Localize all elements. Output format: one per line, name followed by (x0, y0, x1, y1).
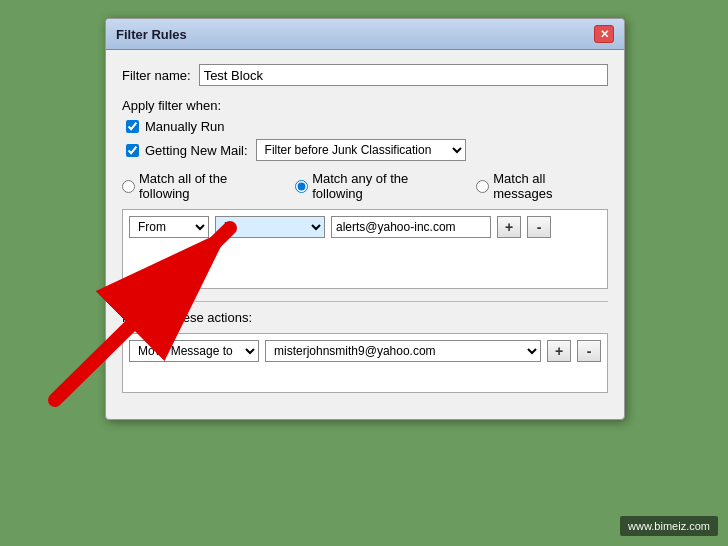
condition-value-input[interactable] (331, 216, 491, 238)
radio-match-messages-input[interactable] (476, 180, 489, 193)
condition-add-button[interactable]: + (497, 216, 521, 238)
radio-match-messages[interactable]: Match all messages (476, 171, 608, 201)
condition-operator-dropdown[interactable]: is contains (215, 216, 325, 238)
radio-match-messages-label: Match all messages (493, 171, 608, 201)
radio-match-any[interactable]: Match any of the following (295, 171, 462, 201)
radio-match-any-label: Match any of the following (312, 171, 462, 201)
dialog-title: Filter Rules (116, 27, 187, 42)
filter-rules-dialog: Filter Rules ✕ Filter name: Apply filter… (105, 18, 625, 420)
filter-name-input[interactable] (199, 64, 608, 86)
dialog-content: Filter name: Apply filter when: Manually… (106, 50, 624, 419)
radio-match-any-input[interactable] (295, 180, 308, 193)
action-add-button[interactable]: + (547, 340, 571, 362)
action-remove-button[interactable]: - (577, 340, 601, 362)
condition-row: From To Subject is contains + - (129, 216, 601, 238)
radio-match-all-label: Match all of the following (139, 171, 281, 201)
action-row: Move Message to Delete Message Mark as R… (129, 340, 601, 362)
section-divider (122, 301, 608, 302)
action-value-dropdown[interactable]: misterjohnsmith9@yahoo.com (265, 340, 541, 362)
apply-filter-label: Apply filter when: (122, 98, 608, 113)
conditions-box: From To Subject is contains + - (122, 209, 608, 289)
condition-field-dropdown[interactable]: From To Subject (129, 216, 209, 238)
manually-run-checkbox[interactable] (126, 120, 139, 133)
filter-name-row: Filter name: (122, 64, 608, 86)
title-bar: Filter Rules ✕ (106, 19, 624, 50)
radio-row: Match all of the following Match any of … (122, 171, 608, 201)
manually-run-label: Manually Run (145, 119, 225, 134)
action-type-dropdown[interactable]: Move Message to Delete Message Mark as R… (129, 340, 259, 362)
radio-match-all[interactable]: Match all of the following (122, 171, 281, 201)
condition-remove-button[interactable]: - (527, 216, 551, 238)
getting-new-mail-checkbox[interactable] (126, 144, 139, 157)
manually-run-row: Manually Run (126, 119, 608, 134)
watermark: www.bimeiz.com (620, 516, 718, 536)
filter-name-label: Filter name: (122, 68, 191, 83)
getting-new-mail-row: Getting New Mail: Filter before Junk Cla… (126, 139, 608, 161)
close-button[interactable]: ✕ (594, 25, 614, 43)
junk-classification-dropdown[interactable]: Filter before Junk Classification Filter… (256, 139, 466, 161)
actions-box: Move Message to Delete Message Mark as R… (122, 333, 608, 393)
perform-actions-label: Perform these actions: (122, 310, 608, 325)
getting-new-mail-label: Getting New Mail: (145, 143, 248, 158)
radio-match-all-input[interactable] (122, 180, 135, 193)
